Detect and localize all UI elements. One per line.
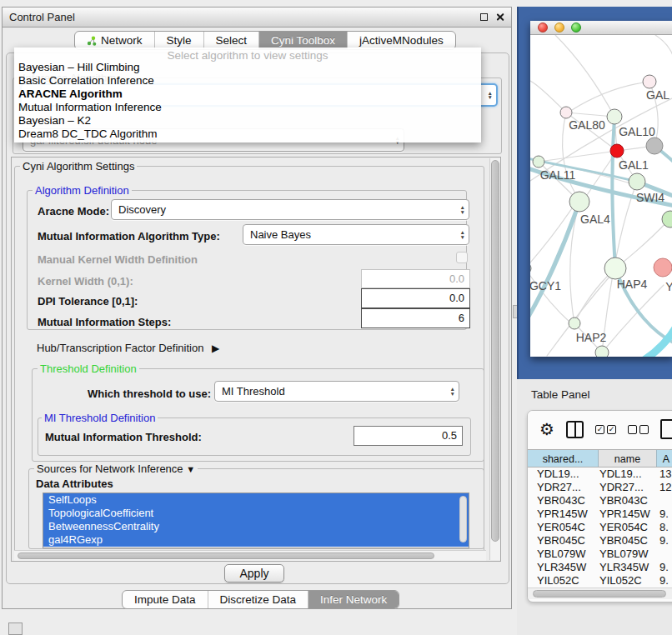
tab-cyni-toolbox[interactable]: Cyni Toolbox [259, 32, 348, 49]
settings-horizontal-scrollbar[interactable] [14, 550, 486, 561]
network-node[interactable] [646, 138, 663, 154]
tab-label: Cyni Toolbox [271, 34, 335, 47]
network-edge[interactable] [555, 35, 614, 117]
table-cell: YBL079W [528, 548, 599, 561]
network-node[interactable] [607, 109, 622, 124]
network-node[interactable] [654, 258, 672, 277]
node-label: GAL [646, 88, 669, 102]
collapsed-panel-icon[interactable] [8, 622, 23, 635]
table-row[interactable]: YLR345WYLR345W9. [528, 561, 672, 574]
hub-definition-toggle[interactable]: Hub/Transcription Factor Definition ▶ [37, 342, 219, 354]
kernel-width-field[interactable]: 0.0 [361, 269, 470, 288]
unchecked-checkbox-icon [639, 425, 649, 434]
aracne-mode-combo[interactable]: Discovery ▲▼ [111, 199, 469, 220]
tab-network[interactable]: Network [75, 32, 155, 49]
table-row[interactable]: YDR27...YDR27...12 [528, 481, 672, 494]
table-cell: YPR145W [528, 508, 599, 521]
float-window-icon[interactable] [480, 13, 488, 21]
network-node[interactable] [604, 258, 626, 279]
network-node[interactable] [629, 173, 645, 190]
network-node[interactable] [643, 75, 656, 88]
data-attributes-list[interactable]: SelfLoopsTopologicalCoefficientBetweenne… [43, 492, 469, 548]
table-row[interactable]: YIL052CYIL052C9. [528, 574, 672, 588]
attribute-list-item[interactable]: gal4RGexp [43, 533, 469, 547]
network-canvas[interactable]: GALGAL80GAL10GAL1GAL11SWI4GAL4GCY1HAP4YH… [530, 35, 672, 357]
network-node[interactable] [533, 156, 544, 168]
tab-select[interactable]: Select [204, 32, 260, 49]
scrollbar-thumb[interactable] [533, 590, 666, 598]
dpi-tolerance-field[interactable]: 0.0 [361, 288, 470, 308]
network-edge[interactable] [655, 35, 672, 58]
algorithm-option[interactable]: Bayesian – K2 [14, 114, 481, 128]
threshold-definition-group: Threshold Definition Which threshold to … [32, 368, 484, 462]
sources-title-row[interactable]: Sources for Network Inference ▼ [34, 462, 198, 475]
table-row[interactable]: YBR043CYBR043C [528, 494, 672, 508]
table-header-row[interactable]: shared...nameA [528, 449, 672, 468]
network-node[interactable] [595, 346, 609, 357]
attributes-list-scrollbar[interactable] [459, 494, 469, 547]
table-panel: Table Panel ⚙ ✓ ✓ shared...nameA YDL19..… [517, 379, 672, 635]
tab-discretize-data[interactable]: Discretize Data [208, 591, 309, 608]
column-header[interactable]: A [657, 450, 672, 467]
column-header[interactable]: shared... [528, 450, 599, 467]
network-view-panel: GALGAL80GAL10GAL1GAL11SWI4GAL4GCY1HAP4YH… [517, 7, 672, 379]
which-threshold-combo[interactable]: MI Threshold ▲▼ [214, 381, 459, 402]
network-window[interactable]: GALGAL80GAL10GAL1GAL11SWI4GAL4GCY1HAP4YH… [530, 21, 672, 357]
network-node[interactable] [560, 107, 572, 118]
algorithm-option[interactable]: Basic Correlation Inference [14, 74, 481, 88]
network-node[interactable] [530, 262, 531, 274]
gear-icon[interactable]: ⚙ [539, 421, 554, 438]
network-node[interactable] [569, 192, 589, 212]
deselect-all-columns-icon[interactable] [628, 425, 649, 434]
table-body: YDL19...YDL19...13YDR27...YDR27...12YBR0… [528, 468, 672, 588]
network-window-titlebar[interactable] [530, 21, 672, 35]
network-node[interactable] [610, 144, 624, 158]
cyni-algorithm-settings-group: Cyni Algorithm Settings Algorithm Defini… [14, 166, 484, 554]
scrollbar-thumb[interactable] [459, 496, 467, 542]
table-row[interactable]: YBL079WYBL079W [528, 548, 672, 561]
table-horizontal-scrollbar[interactable] [528, 588, 672, 599]
network-edge[interactable] [572, 82, 649, 110]
algorithm-option[interactable]: Bayesian – Hill Climbing [14, 61, 481, 74]
select-all-columns-icon[interactable]: ✓ ✓ [595, 425, 616, 434]
table-row[interactable]: YPR145WYPR145W9. [528, 508, 672, 521]
tab-style[interactable]: Style [155, 32, 204, 49]
zoom-traffic-light-icon[interactable] [571, 22, 581, 32]
mi-algorithm-type-combo[interactable]: Naive Bayes ▲▼ [243, 224, 469, 245]
minimize-traffic-light-icon[interactable] [554, 22, 564, 32]
tab-jactivemnodules[interactable]: jActiveMNodules [348, 32, 455, 49]
algorithm-option[interactable]: ARACNE Algorithm [14, 88, 481, 101]
algorithm-option[interactable]: Mutual Information Inference [14, 101, 481, 114]
attribute-list-item[interactable]: TopologicalCoefficient [43, 507, 469, 520]
stepper-icon: ▲▼ [455, 230, 465, 239]
document-icon[interactable] [660, 419, 672, 439]
network-edge[interactable] [530, 81, 566, 112]
tab-impute-data[interactable]: Impute Data [123, 591, 208, 608]
control-panel-titlebar[interactable]: Control Panel [3, 8, 511, 28]
network-edge[interactable] [602, 285, 664, 352]
table-row[interactable]: YBR045CYBR045C9. [528, 534, 672, 548]
mi-threshold-field[interactable]: 0.5 [354, 426, 463, 446]
attribute-list-item[interactable]: BetweennessCentrality [43, 520, 469, 533]
split-columns-icon[interactable] [566, 421, 584, 438]
scrollbar-thumb[interactable] [18, 552, 434, 559]
cyni-algorithm-settings-title: Cyni Algorithm Settings [20, 160, 137, 172]
table-cell: 9. [657, 534, 672, 548]
table-cell: YDL19... [599, 468, 657, 481]
settings-vertical-scrollbar[interactable] [489, 158, 500, 560]
tab-infer-network[interactable]: Infer Network [308, 591, 399, 608]
close-icon[interactable] [495, 12, 504, 22]
close-traffic-light-icon[interactable] [538, 22, 548, 32]
table-row[interactable]: YER054CYER054C8. [528, 521, 672, 534]
apply-button[interactable]: Apply [224, 564, 284, 582]
network-node[interactable] [569, 318, 580, 329]
column-header[interactable]: name [599, 450, 657, 467]
algorithm-option[interactable]: Dream8 DC_TDC Algorithm [14, 128, 481, 141]
network-graph[interactable]: GALGAL80GAL10GAL1GAL11SWI4GAL4GCY1HAP4YH… [530, 35, 672, 357]
network-edge[interactable] [539, 151, 617, 162]
attribute-list-item[interactable]: SelfLoops [43, 493, 469, 507]
manual-kernel-checkbox[interactable] [456, 252, 468, 263]
mi-steps-field[interactable]: 6 [361, 308, 470, 328]
scrollbar-thumb[interactable] [491, 160, 499, 542]
table-row[interactable]: YDL19...YDL19...13 [528, 468, 672, 481]
